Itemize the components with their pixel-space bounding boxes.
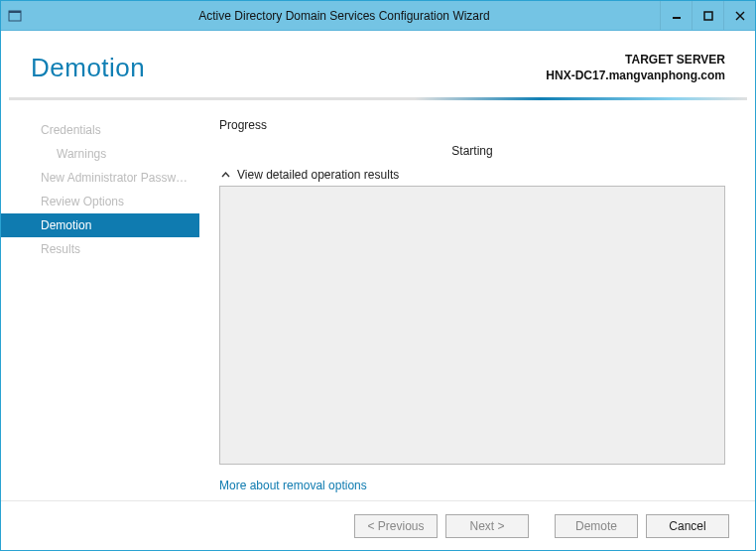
wizard-footer: < Previous Next > Demote Cancel xyxy=(1,500,755,550)
detailed-results-label: View detailed operation results xyxy=(237,168,399,182)
step-warnings[interactable]: Warnings xyxy=(1,142,199,166)
demote-button[interactable]: Demote xyxy=(555,514,638,538)
maximize-button[interactable] xyxy=(692,1,723,30)
step-review-options[interactable]: Review Options xyxy=(1,190,199,213)
detailed-results-box xyxy=(219,186,725,465)
window-title: Active Directory Domain Services Configu… xyxy=(29,9,660,23)
step-demotion[interactable]: Demotion xyxy=(1,213,199,237)
window-controls xyxy=(660,1,755,30)
step-new-admin-password[interactable]: New Administrator Passw… xyxy=(1,166,199,190)
next-button[interactable]: Next > xyxy=(445,514,529,538)
close-button[interactable] xyxy=(723,1,755,30)
main-panel: Progress Starting View detailed operatio… xyxy=(199,110,725,500)
progress-status: Starting xyxy=(219,144,725,158)
svg-rect-1 xyxy=(9,11,21,13)
svg-rect-3 xyxy=(704,12,712,20)
step-results[interactable]: Results xyxy=(1,237,199,261)
target-server-name: HNX-DC17.mangvanphong.com xyxy=(546,69,725,82)
detailed-results-expander[interactable]: View detailed operation results xyxy=(219,168,725,182)
cancel-button[interactable]: Cancel xyxy=(646,514,729,538)
step-credentials[interactable]: Credentials xyxy=(1,118,199,142)
titlebar: Active Directory Domain Services Configu… xyxy=(1,1,755,31)
progress-label: Progress xyxy=(219,118,725,132)
minimize-button[interactable] xyxy=(660,1,692,30)
app-icon xyxy=(1,1,29,31)
steps-sidebar: Credentials Warnings New Administrator P… xyxy=(1,110,199,500)
target-server-block: TARGET SERVER HNX-DC17.mangvanphong.com xyxy=(546,53,725,82)
chevron-up-icon xyxy=(219,169,231,181)
wizard-header: Demotion TARGET SERVER HNX-DC17.mangvanp… xyxy=(1,31,755,91)
more-about-removal-link[interactable]: More about removal options xyxy=(219,479,725,492)
previous-button[interactable]: < Previous xyxy=(354,514,438,538)
page-title: Demotion xyxy=(31,53,546,83)
target-server-label: TARGET SERVER xyxy=(546,53,725,67)
